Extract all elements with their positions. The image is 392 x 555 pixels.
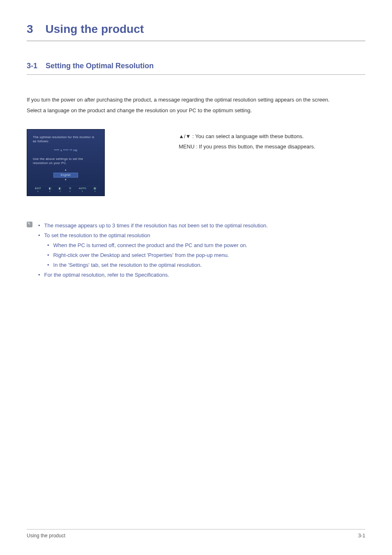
chapter-title-text: Using the product bbox=[46, 23, 144, 35]
section-number: 3-1 bbox=[27, 62, 37, 70]
intro-line-1: If you turn the power on after purchasin… bbox=[27, 95, 365, 105]
note-icon bbox=[27, 222, 32, 227]
menu-description: MENU : If you press this button, the mes… bbox=[179, 142, 315, 152]
exit-icon: EXIT bbox=[35, 187, 41, 192]
osd-language-option: English bbox=[53, 173, 78, 178]
adjust-icon: ◧ bbox=[49, 187, 51, 192]
updown-description: ▲/▼ : You can select a language with the… bbox=[179, 132, 315, 142]
section-title: 3-1Setting the Optimal Resolution bbox=[27, 62, 365, 75]
footer-page-number: 3-1 bbox=[358, 533, 365, 539]
intro-paragraph: If you turn the power on after purchasin… bbox=[27, 95, 365, 116]
osd-resolution: **** x **** ** Hz bbox=[31, 148, 100, 157]
note-subitem: In the 'Settings' tab, set the resolutio… bbox=[38, 260, 268, 270]
power-icon: ⏻ bbox=[94, 187, 96, 192]
note-list: The message appears up to 3 times if the… bbox=[38, 221, 268, 280]
chapter-number: 3 bbox=[27, 23, 33, 35]
osd-line3: Use the above settings to set the resolu… bbox=[31, 157, 100, 169]
button-descriptions: ▲/▼ : You can select a language with the… bbox=[179, 129, 315, 196]
note-block: The message appears up to 3 times if the… bbox=[27, 221, 365, 280]
intro-line-2: Select a language on the product and cha… bbox=[27, 105, 365, 116]
auto-icon: AUTO bbox=[79, 187, 86, 192]
note-item: The message appears up to 3 times if the… bbox=[38, 221, 268, 231]
chapter-title: 3Using the product bbox=[27, 23, 365, 41]
osd-screenshot: The optimal resolution for this monitor … bbox=[27, 129, 105, 196]
note-item: To set the resolution to the optimal res… bbox=[38, 231, 268, 240]
section-title-text: Setting the Optimal Resolution bbox=[46, 62, 154, 70]
adjust-icon: ◧ bbox=[59, 187, 61, 192]
osd-icon-row: EXIT ◧ ◧ ⟲ AUTO ⏻ bbox=[31, 186, 100, 192]
chevron-down-icon: ▼ bbox=[31, 178, 100, 182]
note-subitem: When the PC is turned off, connect the p… bbox=[38, 240, 268, 250]
note-item: For the optimal resolution, refer to the… bbox=[38, 270, 268, 280]
note-subitem: Right-click over the Desktop and select … bbox=[38, 250, 268, 260]
return-icon: ⟲ bbox=[69, 187, 71, 192]
page-footer: Using the product 3-1 bbox=[27, 529, 365, 539]
osd-line1: The optimal resolution for this monitor … bbox=[31, 135, 100, 148]
footer-section-name: Using the product bbox=[27, 533, 65, 539]
chevron-up-icon: ▲ bbox=[31, 169, 100, 172]
